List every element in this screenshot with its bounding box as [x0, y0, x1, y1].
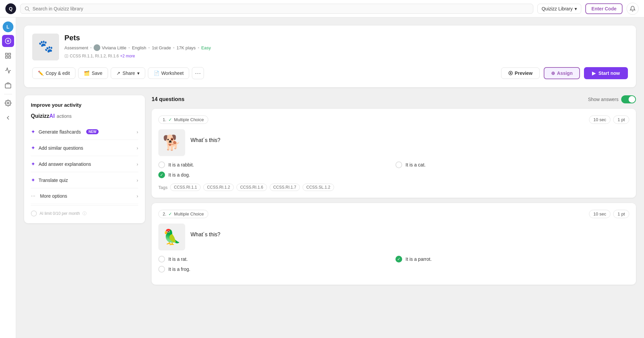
chevron-right-icon-4: › [137, 178, 138, 183]
sidebar-item-library[interactable] [2, 50, 14, 62]
question-2-number: 2. [163, 211, 166, 216]
worksheet-icon: 📄 [154, 70, 159, 76]
play-icon: ▶ [592, 70, 596, 76]
library-selector[interactable]: Quizizz Library ▾ [537, 4, 582, 14]
preview-icon: ⦿ [508, 70, 513, 76]
sidebar-item-admin[interactable] [2, 79, 14, 91]
share-button[interactable]: ↗ Share ▾ [111, 67, 145, 79]
improve-panel-col: Improve your activity QuizizzAI actions … [24, 95, 145, 223]
nav-right: Quizizz Library ▾ Enter Code [537, 3, 639, 15]
quiz-header: 🐾 Pets Assessment • Viviana Little • Eng… [32, 34, 628, 60]
chevron-right-icon-3: › [137, 161, 138, 167]
question-card-1: 1. ✓ Multiple Choice 10 sec 1 pt 🐕 [152, 109, 636, 198]
show-answers-toggle[interactable] [621, 95, 636, 103]
preview-button[interactable]: ⦿ Preview [501, 67, 540, 79]
analytics-icon [5, 67, 11, 74]
svg-line-1 [28, 10, 30, 11]
parrot-image: 🦜 [158, 224, 185, 250]
question-2-meta: 10 sec 1 pt [589, 210, 629, 218]
sidebar-divider [4, 94, 12, 94]
check-icon-1: ✓ [168, 117, 172, 122]
question-2-text: What´s this? [191, 224, 220, 238]
question-1-image: 🐕 [158, 129, 185, 156]
svg-rect-8 [5, 84, 11, 88]
question-1-type: Multiple Choice [174, 117, 204, 122]
svg-point-2 [5, 38, 11, 44]
add-similar-left: ✦ Add similar questions [31, 145, 83, 151]
add-similar-label: Add similar questions [39, 145, 83, 151]
quiz-author: Viviana Little [94, 44, 126, 51]
svg-point-9 [7, 102, 9, 104]
top-navigation: Q Quizizz Library ▾ Enter Code [0, 0, 644, 17]
sidebar-item-settings[interactable] [2, 97, 14, 109]
edit-icon: ✏️ [38, 70, 44, 76]
quiz-language: English [132, 45, 146, 50]
question-1-meta: 10 sec 1 pt [589, 115, 629, 124]
sidebar-item-analytics[interactable] [2, 64, 14, 77]
sidebar-item-explore[interactable] [2, 35, 14, 47]
action-left: ✏️ Copy & edit 🗂️ Save ↗ Share ▾ 📄 Works… [32, 67, 204, 79]
notification-bell-button[interactable] [627, 3, 639, 15]
search-box [20, 4, 533, 14]
svg-text:🐕: 🐕 [163, 134, 181, 151]
more-options-ai-item[interactable]: ··· More options › [31, 188, 138, 204]
question-1-header: 1. ✓ Multiple Choice 10 sec 1 pt [158, 115, 629, 124]
dots-more-icon: ··· [31, 193, 35, 199]
correct-radio: ✓ [158, 172, 165, 178]
show-answers-label: Show answers [588, 97, 619, 102]
quiz-grade: 1st Grade [152, 45, 171, 50]
user-avatar[interactable]: L [3, 21, 13, 32]
tag-badge: CCSS.RI.1.7 [270, 184, 300, 191]
correct-radio: ✓ [395, 256, 402, 262]
more-options-button[interactable]: ⋯ [192, 67, 204, 79]
question-1-pts: 1 pt [613, 115, 629, 124]
two-column-layout: Improve your activity QuizizzAI actions … [24, 95, 636, 290]
ccss-icon [64, 54, 68, 58]
answer-text: It is a frog. [168, 267, 190, 272]
answer-text: It is a rabbit. [168, 162, 194, 167]
quiz-info: Pets Assessment • Viviana Little • Engli… [64, 34, 628, 58]
answer-item: It is a rat. [158, 256, 392, 262]
sidebar-item-collapse[interactable] [2, 112, 14, 124]
assign-icon: ⊕ [551, 70, 555, 76]
save-button[interactable]: 🗂️ Save [78, 67, 108, 79]
chevron-share-icon: ▾ [137, 70, 140, 76]
add-answer-left: ✦ Add answer explanations [31, 161, 91, 167]
search-input[interactable] [33, 6, 529, 11]
add-similar-questions-item[interactable]: ✦ Add similar questions › [31, 140, 138, 156]
gear-icon [5, 100, 11, 106]
quiz-image: 🐾 [32, 34, 59, 60]
generate-flashcards-item[interactable]: ✦ Generate flashcards NEW › [31, 124, 138, 140]
add-answer-explanations-item[interactable]: ✦ Add answer explanations › [31, 156, 138, 172]
question-2-header: 2. ✓ Multiple Choice 10 sec 1 pt [158, 210, 629, 218]
sparkle-icon-4: ✦ [31, 177, 35, 183]
more-options-label: More options [40, 193, 67, 199]
question-1-time: 10 sec [589, 115, 610, 124]
tag-badge: CCSS.SL.1.2 [303, 184, 334, 191]
question-card-2: 2. ✓ Multiple Choice 10 sec 1 pt 🦜 [152, 203, 636, 285]
worksheet-button[interactable]: 📄 Worksheet [148, 67, 190, 79]
left-sidebar: L [0, 17, 16, 338]
assign-button[interactable]: ⊕ Assign [544, 67, 580, 79]
quiz-ccss: CCSS RI.1.1, RI.1.2, RI.1.6 +2 more [64, 54, 628, 58]
question-1-number: 1. [163, 117, 166, 122]
answer-text: It is a dog. [168, 172, 190, 178]
logo-button[interactable]: Q [5, 3, 16, 14]
add-answer-label: Add answer explanations [39, 161, 91, 167]
info-icon[interactable]: ⓘ [83, 211, 87, 216]
copy-edit-button[interactable]: ✏️ Copy & edit [32, 67, 75, 79]
logo-icon: Q [9, 6, 13, 11]
question-1-text: What´s this? [191, 129, 220, 143]
answer-item: ✓ It is a parrot. [395, 256, 629, 262]
toggle-knob [629, 96, 635, 103]
pets-image: 🐾 [32, 34, 59, 60]
question-2-answers: It is a rat. ✓ It is a parrot. It is a f… [158, 256, 629, 273]
svg-rect-4 [5, 53, 7, 55]
enter-code-button[interactable]: Enter Code [585, 3, 623, 14]
ai-logo-text: QuizizzAI [31, 113, 55, 119]
tag-badge: CCSS.RI.1.2 [203, 184, 234, 191]
library-label: Quizizz Library [542, 6, 573, 11]
start-now-button[interactable]: ▶ Start now [584, 67, 628, 79]
translate-quiz-item[interactable]: ✦ Translate quiz › [31, 172, 138, 188]
answer-text: It is a rat. [168, 256, 188, 262]
